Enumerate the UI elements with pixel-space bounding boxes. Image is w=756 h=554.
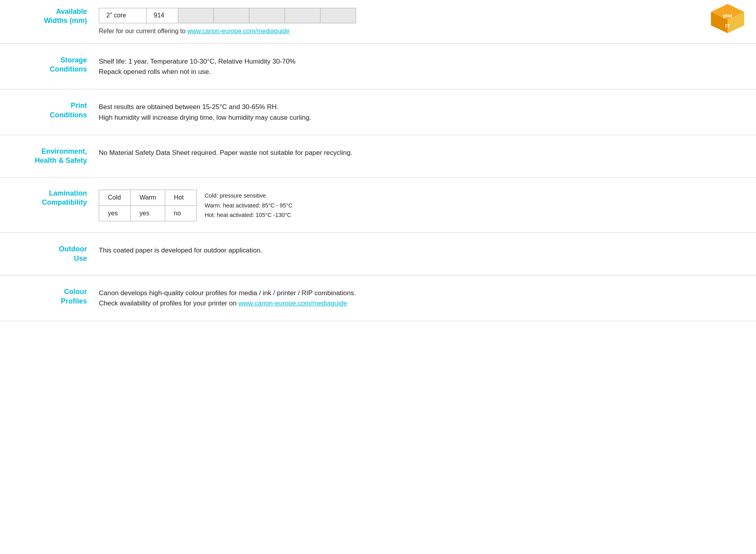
widths-w3 <box>214 8 249 23</box>
label-environment: Environment, Health & Safety <box>16 147 99 166</box>
widths-table: 2" core 914 <box>99 8 356 23</box>
widths-w5 <box>285 8 320 23</box>
section-lamination: Lamination Compatibility Cold Warm Hot y… <box>0 178 756 233</box>
lam-col1-header: Cold <box>99 190 131 205</box>
widths-w1: 914 <box>147 8 178 23</box>
lam-col3-value: no <box>165 205 197 221</box>
widths-core: 2" core <box>99 8 147 23</box>
lam-note1: Cold: pressure sensitive <box>205 191 292 201</box>
section-environment: Environment, Health & Safety No Material… <box>0 135 756 178</box>
lam-col3-header: Hot <box>165 190 197 205</box>
colour-profiles-link[interactable]: www.canon-europe.com/mediaguide <box>238 300 347 307</box>
widths-w6 <box>320 8 356 23</box>
label-storage-conditions: Storage Conditions <box>16 56 99 74</box>
svg-text:plot: plot <box>723 13 732 19</box>
plotit-logo-svg: plot IT <box>710 3 745 34</box>
lam-table: Cold Warm Hot yes yes no <box>99 190 197 222</box>
widths-w2 <box>178 8 214 23</box>
lam-notes: Cold: pressure sensitive Warm: heat acti… <box>205 191 292 220</box>
content-storage-conditions: Shelf life: 1 year, Temperature 10-30°C,… <box>99 56 740 77</box>
widths-link[interactable]: www.canon-europe.com/mediaguide <box>187 28 290 34</box>
plotit-logo: plot IT <box>710 3 745 36</box>
content-lamination: Cold Warm Hot yes yes no Cold: pressure … <box>99 189 740 222</box>
section-storage-conditions: Storage Conditions Shelf life: 1 year, T… <box>0 44 756 90</box>
print-line2: High humidity will increase drying time,… <box>99 113 740 123</box>
lam-col1-value: yes <box>99 205 131 221</box>
content-available-widths: 2" core 914 Refer for our current offeri… <box>99 7 740 36</box>
outdoor-text: This coated paper is developed for outdo… <box>99 247 262 254</box>
storage-line1: Shelf life: 1 year, Temperature 10-30°C,… <box>99 57 740 67</box>
label-lamination: Lamination Compatibility <box>16 189 99 207</box>
print-line1: Best results are obtained between 15-25°… <box>99 102 740 112</box>
widths-ref: Refer for our current offering to www.ca… <box>99 26 740 36</box>
colour-line1: Canon develops high-quality colour profi… <box>99 288 740 298</box>
lam-col2-header: Warm <box>131 190 165 205</box>
lam-note2: Warm: heat activated: 85°C - 95°C <box>205 201 292 211</box>
content-print-conditions: Best results are obtained between 15-25°… <box>99 101 740 123</box>
content-colour-profiles: Canon develops high-quality colour profi… <box>99 287 740 309</box>
lam-col2-value: yes <box>131 205 165 221</box>
storage-line2: Repack opened rolls when not in use. <box>99 67 740 77</box>
section-outdoor-use: Outdoor Use This coated paper is develop… <box>0 233 756 275</box>
colour-line2: Check availability of profiles for your … <box>99 298 740 309</box>
page: Available Widths (mm) 2" core 914 Refer … <box>0 0 756 321</box>
label-print-conditions: Print Conditions <box>16 101 99 120</box>
lam-note3: Hot: heat activated: 105°C -130°C <box>205 210 292 220</box>
label-available-widths: Available Widths (mm) <box>16 7 99 26</box>
colour-line2-prefix: Check availability of profiles for your … <box>99 300 238 307</box>
lam-content: Cold Warm Hot yes yes no Cold: pressure … <box>99 190 740 222</box>
section-available-widths: Available Widths (mm) 2" core 914 Refer … <box>0 0 756 44</box>
section-print-conditions: Print Conditions Best results are obtain… <box>0 89 756 135</box>
environment-text: No Material Safety Data Sheet required. … <box>99 149 353 156</box>
content-outdoor-use: This coated paper is developed for outdo… <box>99 245 740 256</box>
section-colour-profiles: Colour Profiles Canon develops high-qual… <box>0 275 756 321</box>
widths-w4 <box>249 8 285 23</box>
label-colour-profiles: Colour Profiles <box>16 287 99 306</box>
label-outdoor-use: Outdoor Use <box>16 245 99 263</box>
svg-text:IT: IT <box>725 23 730 29</box>
content-environment: No Material Safety Data Sheet required. … <box>99 147 740 158</box>
